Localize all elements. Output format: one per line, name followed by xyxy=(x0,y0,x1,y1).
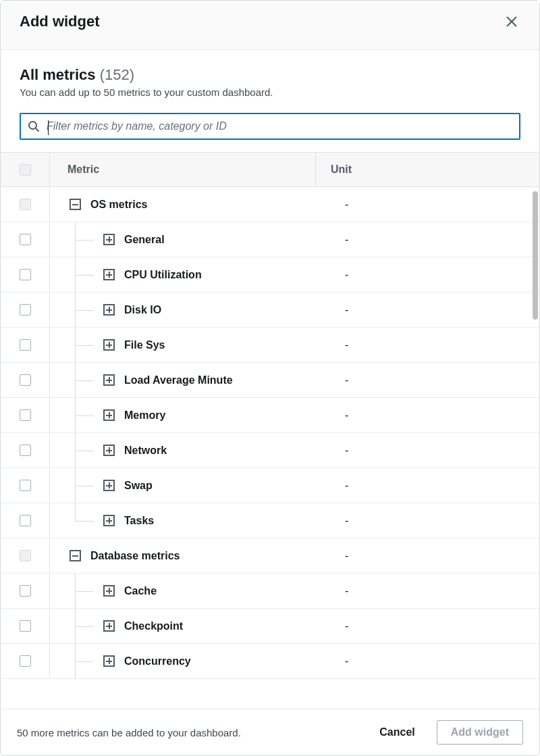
unit-value: - xyxy=(330,339,539,351)
unit-value: - xyxy=(330,269,539,281)
table-row[interactable]: Memory - xyxy=(1,398,539,433)
collapse-icon[interactable] xyxy=(70,550,81,561)
row-checkbox[interactable] xyxy=(20,480,31,491)
row-checkbox[interactable] xyxy=(20,515,31,526)
expand-icon[interactable] xyxy=(103,409,115,421)
group-row[interactable]: Database metrics - xyxy=(1,538,539,574)
row-checkbox[interactable] xyxy=(20,304,31,316)
expand-icon[interactable] xyxy=(103,269,115,280)
unit-value: - xyxy=(330,445,539,457)
collapse-icon[interactable] xyxy=(70,199,81,210)
row-checkbox[interactable] xyxy=(20,445,31,456)
modal-title: Add widget xyxy=(20,13,100,30)
unit-value: - xyxy=(330,585,539,597)
table-row[interactable]: Disk IO - xyxy=(1,293,539,328)
expand-icon[interactable] xyxy=(103,445,115,456)
group-row[interactable]: OS metrics - xyxy=(1,187,539,222)
metric-label: File Sys xyxy=(115,339,330,351)
table-row[interactable]: File Sys - xyxy=(1,328,539,363)
metric-label: Memory xyxy=(115,409,330,422)
row-checkbox[interactable] xyxy=(20,269,31,280)
table-row[interactable]: Network - xyxy=(1,433,539,468)
metric-label: Swap xyxy=(115,480,330,492)
content-top: All metrics (152) You can add up to 50 m… xyxy=(1,50,539,152)
all-metrics-count: (152) xyxy=(100,66,134,83)
text-caret xyxy=(48,120,49,135)
row-checkbox[interactable] xyxy=(20,585,31,597)
cancel-button[interactable]: Cancel xyxy=(370,721,424,744)
table-row[interactable]: Cache - xyxy=(1,574,539,609)
add-widget-modal: Add widget All metrics (152) You can add… xyxy=(0,0,540,756)
expand-icon[interactable] xyxy=(103,515,115,526)
search-icon xyxy=(28,120,40,132)
unit-value: - xyxy=(330,374,539,386)
metric-label: Checkpoint xyxy=(115,620,330,632)
all-metrics-label: All metrics xyxy=(20,66,96,83)
metric-label: Network xyxy=(115,445,330,457)
select-all-checkbox[interactable] xyxy=(20,164,31,176)
unit-value: - xyxy=(330,550,539,562)
metric-label: CPU Utilization xyxy=(115,269,330,281)
svg-line-3 xyxy=(36,128,39,132)
expand-icon[interactable] xyxy=(103,480,115,491)
close-icon xyxy=(506,16,518,28)
row-checkbox[interactable] xyxy=(20,339,31,351)
expand-icon[interactable] xyxy=(103,234,115,245)
expand-icon[interactable] xyxy=(103,374,115,386)
metric-label: Tasks xyxy=(115,515,330,527)
metric-label: Disk IO xyxy=(115,304,330,316)
modal-header: Add widget xyxy=(1,1,539,50)
all-metrics-heading: All metrics (152) xyxy=(20,66,520,84)
unit-value: - xyxy=(330,234,539,246)
metric-label: Concurrency xyxy=(115,655,330,667)
row-checkbox[interactable] xyxy=(20,234,31,245)
unit-value: - xyxy=(330,199,539,211)
table-body[interactable]: OS metrics - General - CPU Utilization -… xyxy=(1,187,539,709)
expand-icon[interactable] xyxy=(103,339,115,351)
table-row[interactable]: CPU Utilization - xyxy=(1,257,539,293)
scrollbar-thumb[interactable] xyxy=(533,191,538,320)
metric-label: Load Average Minute xyxy=(115,374,330,386)
close-button[interactable] xyxy=(503,13,520,30)
row-checkbox[interactable] xyxy=(20,620,31,632)
unit-value: - xyxy=(330,515,539,527)
unit-value: - xyxy=(330,655,539,667)
expand-icon[interactable] xyxy=(103,620,115,632)
table-row[interactable]: Checkpoint - xyxy=(1,609,539,644)
header-checkbox-cell xyxy=(1,153,49,186)
expand-icon[interactable] xyxy=(103,304,115,316)
column-metric[interactable]: Metric xyxy=(49,153,315,186)
row-checkbox[interactable] xyxy=(20,409,31,421)
metrics-subtitle: You can add up to 50 metrics to your cus… xyxy=(20,86,520,98)
metric-label: Cache xyxy=(115,585,330,597)
unit-value: - xyxy=(330,480,539,492)
group-label: OS metrics xyxy=(81,199,330,211)
table-row[interactable]: Concurrency - xyxy=(1,644,539,679)
column-unit[interactable]: Unit xyxy=(315,153,539,186)
expand-icon[interactable] xyxy=(103,655,115,667)
add-widget-button[interactable]: Add widget xyxy=(437,720,523,745)
group-label: Database metrics xyxy=(81,550,330,562)
search-input[interactable] xyxy=(40,120,512,132)
expand-icon[interactable] xyxy=(103,585,115,597)
table-header: Metric Unit xyxy=(1,152,539,187)
table-row[interactable]: General - xyxy=(1,222,539,257)
unit-value: - xyxy=(330,620,539,632)
table-row[interactable]: Load Average Minute - xyxy=(1,363,539,398)
svg-point-2 xyxy=(29,122,36,129)
table-row[interactable]: Tasks - xyxy=(1,503,539,538)
unit-value: - xyxy=(330,304,539,316)
group-checkbox[interactable] xyxy=(20,199,31,210)
unit-value: - xyxy=(330,409,539,422)
row-checkbox[interactable] xyxy=(20,374,31,386)
footer-info-text: 50 more metrics can be added to your das… xyxy=(17,727,358,738)
row-checkbox[interactable] xyxy=(20,655,31,667)
table-row[interactable]: Swap - xyxy=(1,468,539,503)
metric-label: General xyxy=(115,234,330,246)
modal-footer: 50 more metrics can be added to your das… xyxy=(1,709,539,755)
search-field-wrap[interactable] xyxy=(20,113,520,140)
group-checkbox[interactable] xyxy=(20,550,31,561)
